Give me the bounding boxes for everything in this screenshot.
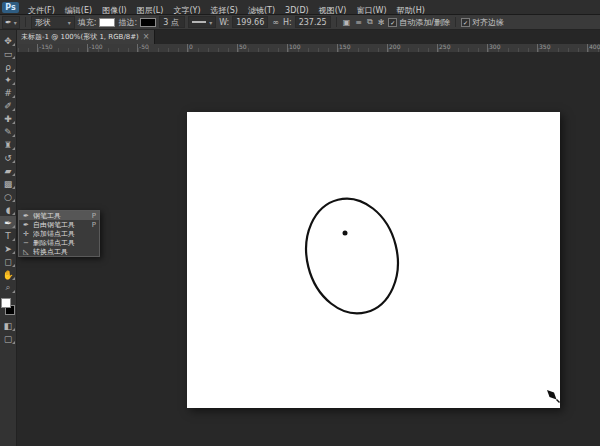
- ruler-label: 50: [239, 44, 247, 50]
- menu-bar: Ps 文件(F)编辑(E)图像(I)图层(L)文字(Y)选择(S)滤镜(T)3D…: [0, 0, 600, 15]
- ruler-label: 0: [189, 44, 193, 50]
- shape-width-value: 199.66: [236, 18, 264, 27]
- rectangular-marquee-tool[interactable]: ▭: [0, 47, 16, 60]
- fill-label: 填充:: [78, 17, 97, 28]
- app-logo[interactable]: Ps: [2, 2, 19, 13]
- lasso-tool[interactable]: ρ: [0, 60, 16, 73]
- path-selection-tool[interactable]: ➤: [0, 242, 16, 255]
- menubar-item[interactable]: 编辑(E): [60, 6, 97, 15]
- close-icon[interactable]: ×: [143, 33, 150, 41]
- align-edges-label: 对齐边缘: [472, 17, 504, 28]
- stroke-width-field[interactable]: 3 点: [159, 16, 185, 28]
- spot-healing-brush-tool[interactable]: ✚: [0, 112, 16, 125]
- pen-cursor-icon: [547, 390, 560, 403]
- path-arrange-icon[interactable]: ⧉: [366, 17, 374, 27]
- divider: [455, 17, 456, 27]
- hand-tool[interactable]: ✋: [0, 268, 16, 281]
- ruler-label: 300: [489, 44, 500, 50]
- flyout-menu-item[interactable]: ◺转换点工具: [19, 247, 99, 256]
- pen-variant-icon: ✒: [22, 212, 30, 220]
- checkbox-box[interactable]: ✓: [461, 18, 470, 27]
- foreground-color-swatch[interactable]: [1, 298, 11, 308]
- gradient-tool[interactable]: ▩: [0, 177, 16, 190]
- menubar-item[interactable]: 文字(Y): [168, 6, 205, 15]
- ruler-label: 100: [289, 44, 300, 50]
- eyedropper-tool[interactable]: ✐: [0, 99, 16, 112]
- stroke-swatch[interactable]: [140, 18, 156, 27]
- move-tool[interactable]: ✥: [0, 34, 16, 47]
- ellipse-shape-group: [294, 189, 409, 323]
- blur-tool[interactable]: ○: [0, 190, 16, 203]
- ruler-label: -150: [39, 44, 53, 50]
- canvas[interactable]: [187, 112, 560, 408]
- quick-mask-button[interactable]: ◧: [0, 319, 16, 332]
- zoom-tool[interactable]: ⌕: [0, 281, 16, 294]
- menubar-item[interactable]: 选择(S): [206, 6, 243, 15]
- shape-height-field[interactable]: 237.25: [295, 16, 331, 28]
- shape-width-field[interactable]: 199.66: [232, 16, 268, 28]
- divider: [25, 17, 26, 27]
- dodge-tool[interactable]: ◖: [0, 203, 16, 216]
- pen-variant-icon: −: [22, 239, 30, 247]
- clone-stamp-tool[interactable]: ♜: [0, 138, 16, 151]
- width-label: W:: [219, 18, 229, 27]
- auto-add-delete-checkbox[interactable]: ✓ 自动添加/删除: [388, 17, 450, 28]
- color-swatches[interactable]: [1, 298, 15, 315]
- stroke-line-preview: [192, 21, 206, 23]
- crop-tool[interactable]: #: [0, 86, 16, 99]
- pen-tool-icon: ✒: [5, 18, 12, 27]
- pen-tools-flyout-menu: ✒钢笔工具P✒自由钢笔工具P✛添加锚点工具−删除锚点工具◺转换点工具: [18, 210, 100, 257]
- pen-variant-icon: ✒: [22, 221, 30, 229]
- chevron-down-icon: ▾: [68, 19, 71, 26]
- tab-title: 未标题-1 @ 100%(形状 1, RGB/8#): [21, 32, 139, 42]
- menubar-item[interactable]: 视图(V): [314, 6, 352, 15]
- tab-bar: 未标题-1 @ 100%(形状 1, RGB/8#) ×: [17, 30, 600, 45]
- eraser-tool[interactable]: ▰: [0, 164, 16, 177]
- auto-add-delete-label: 自动添加/删除: [399, 17, 450, 28]
- ruler-label: -50: [139, 44, 149, 50]
- link-dimensions-icon[interactable]: ∞: [271, 18, 280, 27]
- canvas-drawing: [187, 112, 560, 408]
- menubar-item[interactable]: 3D(D): [280, 6, 314, 15]
- tool-preset-dropdown[interactable]: ✒ ▾: [2, 16, 20, 29]
- height-label: H:: [283, 18, 292, 27]
- photoshop-window: Ps 文件(F)编辑(E)图像(I)图层(L)文字(Y)选择(S)滤镜(T)3D…: [0, 0, 600, 446]
- path-operations-icon[interactable]: ▣: [342, 18, 352, 27]
- fill-swatch[interactable]: [99, 18, 115, 27]
- document-tab[interactable]: 未标题-1 @ 100%(形状 1, RGB/8#) ×: [17, 30, 155, 44]
- flyout-item-shortcut: P: [92, 212, 96, 220]
- pen-tool[interactable]: ✒: [0, 216, 16, 229]
- tool-mode-value: 形状: [35, 17, 51, 28]
- brush-tool[interactable]: ✎: [0, 125, 16, 138]
- checkbox-box[interactable]: ✓: [388, 18, 397, 27]
- ellipse-shape: [294, 189, 409, 323]
- ruler-label: -100: [89, 44, 103, 50]
- stroke-type-select[interactable]: ▾: [188, 16, 216, 28]
- history-brush-tool[interactable]: ↺: [0, 151, 16, 164]
- ruler-label: 400: [589, 44, 600, 50]
- align-edges-checkbox[interactable]: ✓ 对齐边缘: [461, 17, 504, 28]
- menubar-item[interactable]: 帮助(H): [392, 6, 430, 15]
- menubar-item[interactable]: 滤镜(T): [243, 6, 280, 15]
- flyout-item-label: 转换点工具: [33, 247, 93, 257]
- menubar-item[interactable]: 图像(I): [97, 6, 132, 15]
- screen-mode-button[interactable]: ▢: [0, 332, 16, 345]
- tool-bar: ✥▭ρ✦#✐✚✎♜↺▰▩○◖✒T➤◻✋⌕◧▢: [0, 30, 17, 446]
- type-tool[interactable]: T: [0, 229, 16, 242]
- document-workarea: [17, 52, 600, 446]
- shape-height-value: 237.25: [299, 18, 327, 27]
- shape-tool[interactable]: ◻: [0, 255, 16, 268]
- pen-variant-icon: ✛: [22, 230, 30, 238]
- flyout-item-shortcut: P: [92, 221, 96, 229]
- divider: [336, 17, 337, 27]
- chevron-down-icon: ▾: [14, 19, 17, 26]
- path-alignment-icon[interactable]: ≡: [354, 18, 363, 27]
- ruler-label: 250: [439, 44, 450, 50]
- tool-mode-select[interactable]: 形状 ▾: [31, 16, 75, 29]
- menubar-item[interactable]: 窗口(W): [351, 6, 391, 15]
- ruler-label: 150: [339, 44, 350, 50]
- quick-selection-tool[interactable]: ✦: [0, 73, 16, 86]
- menubar-item[interactable]: 文件(F): [23, 6, 60, 15]
- menubar-item[interactable]: 图层(L): [132, 6, 169, 15]
- gear-icon[interactable]: ✻: [377, 18, 386, 27]
